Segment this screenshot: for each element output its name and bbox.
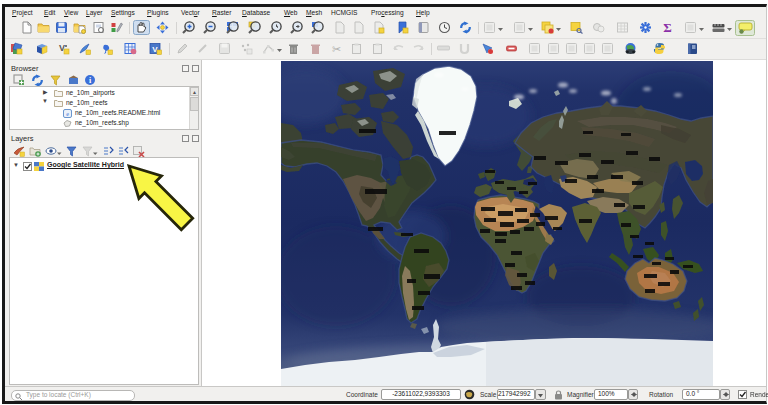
svg-text:e: e — [66, 110, 69, 116]
svg-text:Σ: Σ — [663, 21, 672, 34]
svg-text:✂: ✂ — [332, 43, 341, 55]
